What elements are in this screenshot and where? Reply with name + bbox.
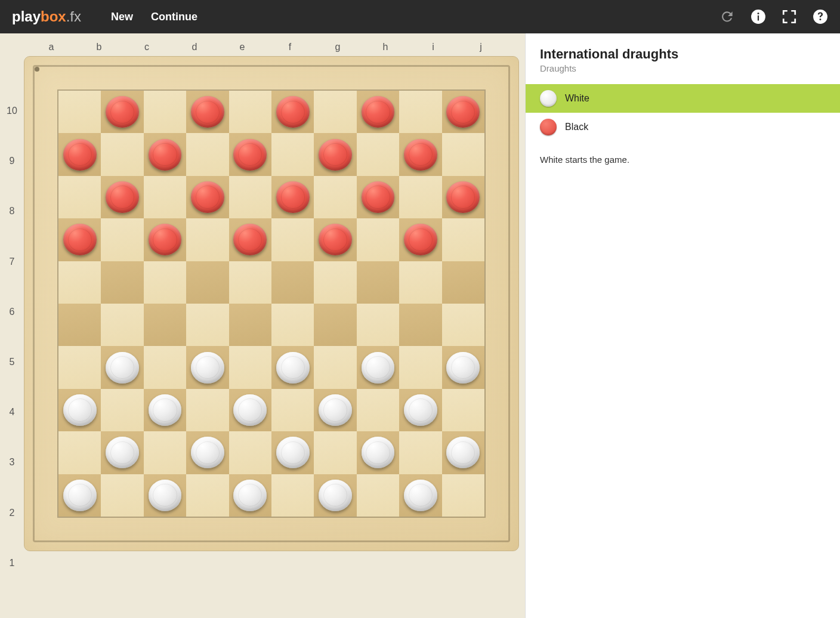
board-square[interactable]	[144, 304, 186, 346]
white-piece[interactable]	[106, 437, 139, 468]
new-button[interactable]: New	[111, 11, 133, 23]
board-square[interactable]	[101, 474, 143, 517]
red-piece[interactable]	[362, 96, 395, 128]
board-square[interactable]	[186, 133, 228, 175]
white-piece[interactable]	[319, 480, 352, 511]
board-square[interactable]	[357, 133, 399, 175]
board-square[interactable]	[271, 176, 314, 218]
white-piece[interactable]	[446, 437, 480, 468]
board-square[interactable]	[271, 304, 314, 346]
white-piece[interactable]	[362, 437, 395, 468]
board-square[interactable]	[314, 91, 356, 133]
board-square[interactable]	[271, 474, 314, 517]
board-square[interactable]	[314, 389, 356, 431]
board-square[interactable]	[399, 304, 441, 346]
board-square[interactable]	[357, 261, 399, 304]
board-square[interactable]	[186, 431, 228, 474]
board-square[interactable]	[229, 91, 271, 133]
board-square[interactable]	[357, 91, 399, 133]
board-square[interactable]	[399, 218, 441, 261]
board-square[interactable]	[101, 133, 143, 175]
board-square[interactable]	[314, 261, 356, 304]
board-square[interactable]	[357, 431, 399, 474]
board-square[interactable]	[186, 474, 228, 517]
board-square[interactable]	[229, 346, 271, 388]
board-square[interactable]	[229, 474, 271, 517]
board-square[interactable]	[186, 304, 228, 346]
player-black-row[interactable]: Black	[526, 113, 840, 141]
red-piece[interactable]	[106, 181, 139, 213]
white-piece[interactable]	[233, 394, 267, 426]
red-piece[interactable]	[191, 181, 224, 213]
board-square[interactable]	[399, 176, 441, 218]
board-square[interactable]	[229, 304, 271, 346]
logo[interactable]: playbox.fx	[12, 8, 81, 25]
white-piece[interactable]	[191, 352, 224, 384]
board-square[interactable]	[314, 346, 356, 388]
board-square[interactable]	[314, 304, 356, 346]
board-square[interactable]	[101, 346, 143, 388]
board-square[interactable]	[144, 346, 186, 388]
board-square[interactable]	[442, 133, 484, 175]
board-square[interactable]	[442, 304, 484, 346]
board-square[interactable]	[442, 91, 484, 133]
board-square[interactable]	[58, 133, 101, 175]
white-piece[interactable]	[362, 352, 395, 384]
board-square[interactable]	[229, 261, 271, 304]
fullscreen-icon[interactable]	[782, 9, 797, 24]
board-square[interactable]	[442, 474, 484, 517]
red-piece[interactable]	[63, 139, 97, 171]
red-piece[interactable]	[63, 224, 97, 255]
board-square[interactable]	[314, 176, 356, 218]
red-piece[interactable]	[404, 224, 437, 255]
board-square[interactable]	[101, 431, 143, 474]
board-square[interactable]	[58, 431, 101, 474]
board-square[interactable]	[186, 176, 228, 218]
board-square[interactable]	[357, 346, 399, 388]
red-piece[interactable]	[276, 96, 310, 128]
board-square[interactable]	[229, 133, 271, 175]
board-square[interactable]	[271, 133, 314, 175]
game-board[interactable]	[57, 89, 486, 518]
board-square[interactable]	[58, 218, 101, 261]
board-square[interactable]	[229, 176, 271, 218]
player-white-row[interactable]: White	[526, 84, 840, 113]
board-square[interactable]	[144, 218, 186, 261]
board-square[interactable]	[357, 389, 399, 431]
board-square[interactable]	[357, 176, 399, 218]
board-square[interactable]	[144, 389, 186, 431]
board-square[interactable]	[186, 346, 228, 388]
board-square[interactable]	[101, 261, 143, 304]
board-square[interactable]	[144, 474, 186, 517]
red-piece[interactable]	[233, 139, 267, 171]
board-square[interactable]	[271, 261, 314, 304]
board-square[interactable]	[58, 389, 101, 431]
board-square[interactable]	[442, 176, 484, 218]
white-piece[interactable]	[446, 352, 480, 384]
board-square[interactable]	[58, 304, 101, 346]
board-square[interactable]	[314, 474, 356, 517]
refresh-icon[interactable]	[719, 9, 735, 24]
board-square[interactable]	[101, 218, 143, 261]
white-piece[interactable]	[191, 437, 224, 468]
board-square[interactable]	[357, 304, 399, 346]
board-square[interactable]	[399, 389, 441, 431]
board-square[interactable]	[399, 474, 441, 517]
board-square[interactable]	[271, 218, 314, 261]
white-piece[interactable]	[404, 394, 437, 426]
board-square[interactable]	[271, 346, 314, 388]
red-piece[interactable]	[191, 96, 224, 128]
board-square[interactable]	[58, 474, 101, 517]
board-square[interactable]	[58, 346, 101, 388]
board-square[interactable]	[58, 261, 101, 304]
board-square[interactable]	[229, 431, 271, 474]
board-square[interactable]	[186, 218, 228, 261]
board-square[interactable]	[399, 261, 441, 304]
red-piece[interactable]	[404, 139, 437, 171]
board-square[interactable]	[442, 261, 484, 304]
white-piece[interactable]	[319, 394, 352, 426]
board-square[interactable]	[186, 261, 228, 304]
red-piece[interactable]	[149, 139, 182, 171]
red-piece[interactable]	[233, 224, 267, 255]
red-piece[interactable]	[446, 181, 480, 213]
